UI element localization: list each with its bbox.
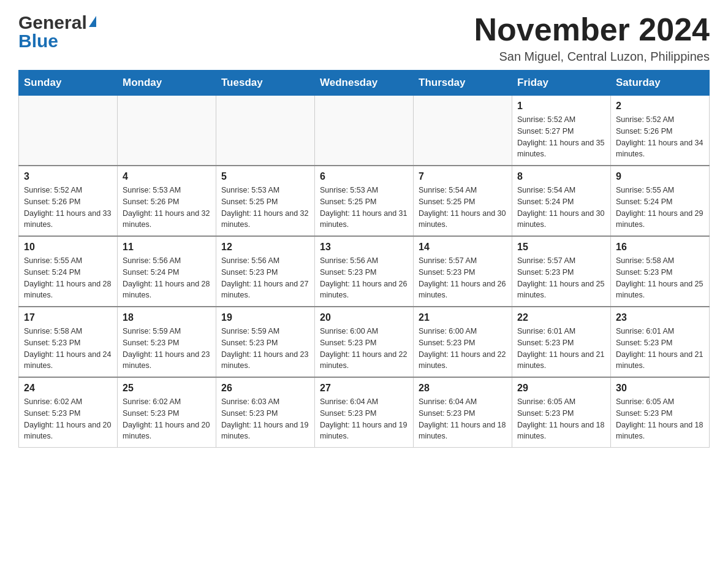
day-info: Sunrise: 5:52 AMSunset: 5:26 PMDaylight:… <box>616 114 704 160</box>
month-title: November 2024 <box>474 12 710 47</box>
calendar-cell: 21Sunrise: 6:00 AMSunset: 5:23 PMDayligh… <box>414 307 512 377</box>
day-info: Sunrise: 5:53 AMSunset: 5:26 PMDaylight:… <box>123 185 211 231</box>
day-info: Sunrise: 5:59 AMSunset: 5:23 PMDaylight:… <box>221 326 309 372</box>
day-number: 20 <box>320 312 408 323</box>
day-number: 7 <box>419 171 507 182</box>
day-number: 3 <box>24 171 112 182</box>
day-info: Sunrise: 5:53 AMSunset: 5:25 PMDaylight:… <box>221 185 309 231</box>
calendar-week-2: 3Sunrise: 5:52 AMSunset: 5:26 PMDaylight… <box>19 166 710 236</box>
day-info: Sunrise: 5:59 AMSunset: 5:23 PMDaylight:… <box>123 326 211 372</box>
calendar-cell: 13Sunrise: 5:56 AMSunset: 5:23 PMDayligh… <box>315 236 414 307</box>
day-info: Sunrise: 5:58 AMSunset: 5:23 PMDaylight:… <box>616 255 704 301</box>
day-info: Sunrise: 6:03 AMSunset: 5:23 PMDaylight:… <box>221 396 309 442</box>
day-number: 22 <box>517 312 605 323</box>
day-info: Sunrise: 6:04 AMSunset: 5:23 PMDaylight:… <box>419 396 507 442</box>
column-header-tuesday: Tuesday <box>216 71 315 96</box>
calendar-cell: 6Sunrise: 5:53 AMSunset: 5:25 PMDaylight… <box>315 166 414 236</box>
day-number: 14 <box>419 242 507 253</box>
day-number: 5 <box>221 171 309 182</box>
calendar-cell: 29Sunrise: 6:05 AMSunset: 5:23 PMDayligh… <box>512 377 611 448</box>
calendar-table: SundayMondayTuesdayWednesdayThursdayFrid… <box>18 70 710 448</box>
day-info: Sunrise: 5:56 AMSunset: 5:23 PMDaylight:… <box>221 255 309 301</box>
calendar-cell: 3Sunrise: 5:52 AMSunset: 5:26 PMDaylight… <box>19 166 118 236</box>
calendar-cell: 17Sunrise: 5:58 AMSunset: 5:23 PMDayligh… <box>19 307 118 377</box>
page-header: General Blue November 2024 San Miguel, C… <box>18 12 710 64</box>
day-number: 23 <box>616 312 704 323</box>
calendar-cell: 11Sunrise: 5:56 AMSunset: 5:24 PMDayligh… <box>118 236 216 307</box>
day-number: 13 <box>320 242 408 253</box>
calendar-cell: 22Sunrise: 6:01 AMSunset: 5:23 PMDayligh… <box>512 307 611 377</box>
day-info: Sunrise: 6:01 AMSunset: 5:23 PMDaylight:… <box>616 326 704 372</box>
day-info: Sunrise: 5:58 AMSunset: 5:23 PMDaylight:… <box>24 326 112 372</box>
day-info: Sunrise: 5:55 AMSunset: 5:24 PMDaylight:… <box>616 185 704 231</box>
day-number: 25 <box>123 383 211 394</box>
calendar-week-1: 1Sunrise: 5:52 AMSunset: 5:27 PMDaylight… <box>19 96 710 166</box>
calendar-cell <box>216 96 315 166</box>
logo-blue-text: Blue <box>18 31 58 52</box>
calendar-cell <box>315 96 414 166</box>
column-header-sunday: Sunday <box>19 71 118 96</box>
day-info: Sunrise: 6:01 AMSunset: 5:23 PMDaylight:… <box>517 326 605 372</box>
calendar-cell: 30Sunrise: 6:05 AMSunset: 5:23 PMDayligh… <box>611 377 710 448</box>
day-number: 8 <box>517 171 605 182</box>
column-header-wednesday: Wednesday <box>315 71 414 96</box>
location-title: San Miguel, Central Luzon, Philippines <box>474 50 710 64</box>
calendar-cell: 10Sunrise: 5:55 AMSunset: 5:24 PMDayligh… <box>19 236 118 307</box>
day-number: 10 <box>24 242 112 253</box>
day-number: 27 <box>320 383 408 394</box>
calendar-cell: 28Sunrise: 6:04 AMSunset: 5:23 PMDayligh… <box>414 377 512 448</box>
calendar-week-3: 10Sunrise: 5:55 AMSunset: 5:24 PMDayligh… <box>19 236 710 307</box>
logo: General Blue <box>18 12 96 52</box>
column-header-saturday: Saturday <box>611 71 710 96</box>
day-number: 1 <box>517 101 605 112</box>
day-info: Sunrise: 5:54 AMSunset: 5:25 PMDaylight:… <box>419 185 507 231</box>
day-number: 19 <box>221 312 309 323</box>
day-number: 15 <box>517 242 605 253</box>
calendar-cell <box>414 96 512 166</box>
day-number: 9 <box>616 171 704 182</box>
column-header-monday: Monday <box>118 71 216 96</box>
day-info: Sunrise: 5:54 AMSunset: 5:24 PMDaylight:… <box>517 185 605 231</box>
title-section: November 2024 San Miguel, Central Luzon,… <box>474 12 710 64</box>
day-info: Sunrise: 6:04 AMSunset: 5:23 PMDaylight:… <box>320 396 408 442</box>
day-number: 28 <box>419 383 507 394</box>
day-info: Sunrise: 5:56 AMSunset: 5:23 PMDaylight:… <box>320 255 408 301</box>
day-number: 24 <box>24 383 112 394</box>
day-info: Sunrise: 6:00 AMSunset: 5:23 PMDaylight:… <box>419 326 507 372</box>
day-number: 21 <box>419 312 507 323</box>
calendar-cell <box>118 96 216 166</box>
calendar-cell: 14Sunrise: 5:57 AMSunset: 5:23 PMDayligh… <box>414 236 512 307</box>
day-info: Sunrise: 6:02 AMSunset: 5:23 PMDaylight:… <box>24 396 112 442</box>
logo-general-text: General <box>18 12 87 33</box>
day-number: 11 <box>123 242 211 253</box>
calendar-cell: 8Sunrise: 5:54 AMSunset: 5:24 PMDaylight… <box>512 166 611 236</box>
calendar-cell: 9Sunrise: 5:55 AMSunset: 5:24 PMDaylight… <box>611 166 710 236</box>
calendar-cell: 16Sunrise: 5:58 AMSunset: 5:23 PMDayligh… <box>611 236 710 307</box>
calendar-cell: 18Sunrise: 5:59 AMSunset: 5:23 PMDayligh… <box>118 307 216 377</box>
day-info: Sunrise: 5:57 AMSunset: 5:23 PMDaylight:… <box>419 255 507 301</box>
calendar-cell: 23Sunrise: 6:01 AMSunset: 5:23 PMDayligh… <box>611 307 710 377</box>
calendar-cell: 7Sunrise: 5:54 AMSunset: 5:25 PMDaylight… <box>414 166 512 236</box>
day-number: 18 <box>123 312 211 323</box>
calendar-cell: 1Sunrise: 5:52 AMSunset: 5:27 PMDaylight… <box>512 96 611 166</box>
calendar-header-row: SundayMondayTuesdayWednesdayThursdayFrid… <box>19 71 710 96</box>
calendar-cell: 2Sunrise: 5:52 AMSunset: 5:26 PMDaylight… <box>611 96 710 166</box>
day-info: Sunrise: 5:55 AMSunset: 5:24 PMDaylight:… <box>24 255 112 301</box>
calendar-cell: 4Sunrise: 5:53 AMSunset: 5:26 PMDaylight… <box>118 166 216 236</box>
calendar-cell: 20Sunrise: 6:00 AMSunset: 5:23 PMDayligh… <box>315 307 414 377</box>
day-number: 30 <box>616 383 704 394</box>
day-info: Sunrise: 6:05 AMSunset: 5:23 PMDaylight:… <box>616 396 704 442</box>
day-number: 17 <box>24 312 112 323</box>
day-info: Sunrise: 5:52 AMSunset: 5:26 PMDaylight:… <box>24 185 112 231</box>
day-number: 4 <box>123 171 211 182</box>
column-header-friday: Friday <box>512 71 611 96</box>
calendar-cell: 24Sunrise: 6:02 AMSunset: 5:23 PMDayligh… <box>19 377 118 448</box>
calendar-cell: 19Sunrise: 5:59 AMSunset: 5:23 PMDayligh… <box>216 307 315 377</box>
day-info: Sunrise: 5:52 AMSunset: 5:27 PMDaylight:… <box>517 114 605 160</box>
day-info: Sunrise: 6:00 AMSunset: 5:23 PMDaylight:… <box>320 326 408 372</box>
day-number: 16 <box>616 242 704 253</box>
day-info: Sunrise: 6:05 AMSunset: 5:23 PMDaylight:… <box>517 396 605 442</box>
calendar-cell: 27Sunrise: 6:04 AMSunset: 5:23 PMDayligh… <box>315 377 414 448</box>
day-info: Sunrise: 5:57 AMSunset: 5:23 PMDaylight:… <box>517 255 605 301</box>
logo-triangle-icon <box>89 16 96 27</box>
